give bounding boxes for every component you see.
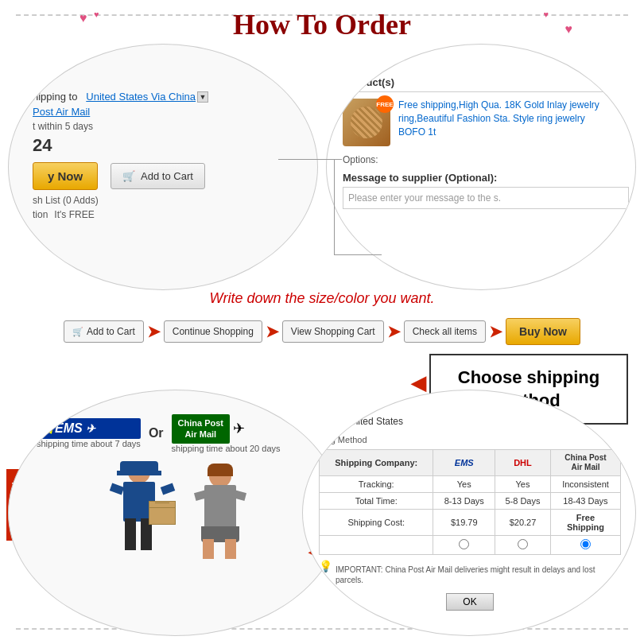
cell-radio-ems[interactable] [433, 536, 495, 555]
important-icon: 💡 [319, 560, 332, 572]
cart-step-icon: 🛒 [72, 327, 83, 337]
protection-row: tion It's FREE [33, 209, 303, 220]
cell-time-ems: 8-13 Days [433, 493, 495, 510]
cell-cost-label: Shipping Cost: [320, 510, 433, 536]
step-arrow-1: ➤ [147, 322, 161, 341]
ems-label: EMS [55, 421, 83, 436]
china-post-shipping-time: shipping time about 20 days [172, 444, 281, 453]
product-image-wrapper: FREE [343, 99, 390, 146]
product-description: Free shipping,High Qua. 18K Gold Inlay j… [398, 99, 605, 138]
write-down-instruction: Write down the size/color you want. [0, 290, 644, 307]
continue-shopping-label: Continue Shopping [173, 326, 254, 337]
step-arrow-3: ➤ [387, 322, 401, 341]
table-header-company: Shipping Company: [320, 450, 433, 476]
shipping-destination-row: hipping to United States Via China ▼ [33, 91, 303, 103]
product-detail-circle: Product(s) FREE Free shipping,High Qua. … [326, 44, 636, 290]
china-post-plane-icon: ✈ [233, 420, 245, 437]
protection-label: tion [33, 209, 48, 220]
ems-shipping-time: shipping time about 7 days [37, 439, 141, 448]
add-to-cart-step[interactable]: 🛒 Add to Cart [64, 320, 144, 343]
products-header: Product(s) [343, 76, 629, 92]
view-cart-step[interactable]: View Shopping Cart [282, 320, 384, 343]
delivery-info-row: t within 5 days [33, 121, 303, 132]
or-separator: Or [149, 426, 164, 440]
options-row: Options: [343, 154, 629, 165]
arrow-left-to-shipping: ◀ [411, 372, 425, 394]
cell-tracking-ems: Yes [433, 476, 495, 493]
dropdown-arrow-icon[interactable]: ▼ [197, 91, 208, 103]
china-post-radio[interactable] [580, 539, 591, 549]
dhl-radio[interactable] [518, 539, 528, 549]
cell-tracking-label: Tracking: [320, 476, 433, 493]
ok-button[interactable]: OK [446, 593, 493, 611]
continue-shopping-step[interactable]: Continue Shopping [164, 320, 262, 343]
table-header-china-post: China PostAir Mail [550, 450, 620, 476]
shipping-method-sub-label: ping Method [319, 435, 621, 444]
product-page-circle: air hipping to United States Via China ▼… [8, 44, 318, 290]
shipping-to-label: hipping to [33, 91, 77, 103]
shipping-comparison-table: Shipping Company: EMS DHL China PostAir … [319, 449, 621, 555]
air-label: air [33, 76, 303, 87]
ems-plane-icon: ✈ [86, 422, 95, 435]
message-input-display[interactable]: Please enter your message to the s. [343, 187, 629, 209]
cell-time-dhl: 5-8 Days [495, 493, 550, 510]
buy-now-step-label: Buy Now [519, 325, 567, 338]
important-note-text: IMPORTANT: China Post Air Mail deliverie… [336, 564, 621, 585]
table-row-time: Total Time: 8-13 Days 5-8 Days 18-43 Day… [320, 493, 621, 510]
cell-tracking-china: Inconsistent [550, 476, 620, 493]
shipping-dest-link[interactable]: United States Via China [86, 91, 196, 103]
message-label: Message to supplier (Optional): [343, 172, 629, 184]
cell-cost-dhl: $20.27 [495, 510, 550, 536]
free-badge: FREE [376, 95, 394, 113]
ems-badge: ◀ EMS ✈ [37, 418, 141, 439]
shipping-dropdown[interactable]: United States Via China ▼ [86, 91, 208, 103]
page-title: How To Order [0, 8, 644, 41]
us-flag [319, 414, 341, 429]
table-row-cost: Shipping Cost: $19.79 $20.27 FreeShippin… [320, 510, 621, 536]
buy-now-step[interactable]: Buy Now [506, 318, 580, 345]
delivery-person-1 [104, 461, 184, 564]
check-items-label: Check all items [413, 326, 477, 337]
table-row-tracking: Tracking: Yes Yes Inconsistent [320, 476, 621, 493]
post-air-mail-link[interactable]: Post Air Mail [33, 106, 90, 118]
cell-tracking-dhl: Yes [495, 476, 550, 493]
location-label: United States [346, 416, 403, 427]
add-to-cart-label: Add to Cart [141, 170, 193, 182]
step-arrow-4: ➤ [489, 322, 502, 341]
shipping-options-circle: ◀ EMS ✈ shipping time about 7 days Or Ch… [8, 390, 342, 636]
view-cart-label: View Shopping Cart [291, 326, 375, 337]
add-to-cart-step-label: Add to Cart [87, 326, 135, 337]
buy-now-button[interactable]: y Now [33, 162, 98, 190]
protection-value: It's FREE [54, 209, 94, 220]
cell-cost-china: FreeShipping [550, 510, 620, 536]
cell-radio-label [320, 536, 433, 555]
wishlist-row: sh List (0 Adds) [33, 195, 303, 206]
cell-cost-ems: $19.79 [433, 510, 495, 536]
table-header-ems: EMS [433, 450, 495, 476]
table-header-dhl: DHL [495, 450, 550, 476]
shipping-table-circle: United States ping Method Shipping Compa… [302, 390, 636, 636]
china-post-badge: China PostAir Mail [172, 414, 230, 444]
shipping-table-header: United States [319, 414, 621, 429]
important-note-row: 💡 IMPORTANT: China Post Air Mail deliver… [319, 560, 621, 585]
shipping-method-row: Post Air Mail [33, 106, 303, 118]
price-display: 24 [33, 135, 303, 156]
cell-time-label: Total Time: [320, 493, 433, 510]
cart-icon: 🛒 [122, 170, 135, 182]
china-post-label: China PostAir Mail [178, 417, 223, 440]
cell-radio-dhl[interactable] [495, 536, 550, 555]
add-to-cart-button[interactable]: 🛒 Add to Cart [111, 163, 205, 189]
order-steps-row: 🛒 Add to Cart ➤ Continue Shopping ➤ View… [8, 318, 636, 345]
delivery-person-2 [192, 461, 255, 564]
check-items-step[interactable]: Check all items [404, 320, 486, 343]
cell-radio-china[interactable] [550, 536, 620, 555]
table-row-radio [320, 536, 621, 555]
step-arrow-2: ➤ [266, 322, 279, 341]
message-placeholder-text: Please enter your message to the s. [348, 192, 501, 204]
ems-radio[interactable] [459, 539, 469, 549]
cell-time-china: 18-43 Days [550, 493, 620, 510]
ems-arrow-icon: ◀ [43, 422, 52, 435]
